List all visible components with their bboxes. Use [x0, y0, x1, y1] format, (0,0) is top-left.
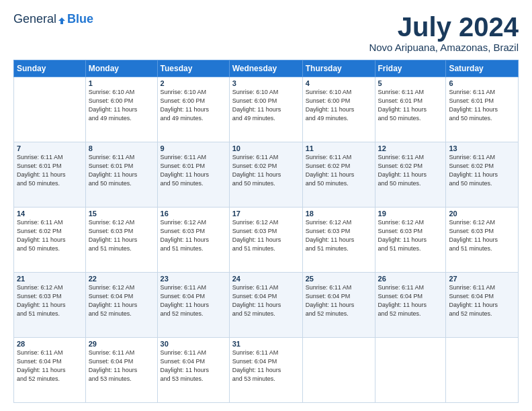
day-number: 6 — [449, 79, 515, 87]
day-info: Sunrise: 6:12 AMSunset: 6:03 PMDaylight:… — [17, 283, 83, 318]
calendar: SundayMondayTuesdayWednesdayThursdayFrid… — [13, 60, 519, 403]
day-number: 16 — [161, 210, 226, 218]
day-number: 23 — [161, 275, 226, 283]
day-info: Sunrise: 6:11 AMSunset: 6:04 PMDaylight:… — [232, 349, 300, 383]
day-info: Sunrise: 6:11 AMSunset: 6:02 PMDaylight:… — [449, 153, 515, 188]
day-info: Sunrise: 6:12 AMSunset: 6:03 PMDaylight:… — [89, 218, 154, 253]
calendar-cell: 12Sunrise: 6:11 AMSunset: 6:02 PMDayligh… — [375, 142, 446, 208]
calendar-cell: 9Sunrise: 6:11 AMSunset: 6:01 PMDaylight… — [157, 142, 229, 208]
day-number: 14 — [17, 210, 83, 218]
day-number: 28 — [17, 340, 83, 348]
calendar-cell: 6Sunrise: 6:11 AMSunset: 6:01 PMDaylight… — [446, 77, 519, 142]
day-info: Sunrise: 6:12 AMSunset: 6:03 PMDaylight:… — [378, 218, 443, 253]
calendar-cell — [446, 338, 519, 403]
day-number: 12 — [378, 144, 443, 152]
calendar-cell: 4Sunrise: 6:10 AMSunset: 6:00 PMDaylight… — [302, 77, 375, 142]
day-info: Sunrise: 6:10 AMSunset: 6:00 PMDaylight:… — [89, 88, 154, 123]
calendar-cell: 3Sunrise: 6:10 AMSunset: 6:00 PMDaylight… — [229, 77, 302, 142]
day-number: 13 — [449, 144, 515, 152]
day-info: Sunrise: 6:10 AMSunset: 6:00 PMDaylight:… — [232, 88, 300, 123]
calendar-cell — [375, 338, 446, 403]
day-info: Sunrise: 6:12 AMSunset: 6:03 PMDaylight:… — [449, 218, 515, 253]
day-header-wednesday: Wednesday — [229, 60, 302, 77]
day-number: 27 — [449, 275, 515, 283]
day-info: Sunrise: 6:11 AMSunset: 6:01 PMDaylight:… — [449, 88, 515, 123]
calendar-cell: 24Sunrise: 6:11 AMSunset: 6:04 PMDayligh… — [229, 273, 302, 338]
day-header-friday: Friday — [375, 60, 446, 77]
calendar-cell: 5Sunrise: 6:11 AMSunset: 6:01 PMDaylight… — [375, 77, 446, 142]
day-number: 25 — [306, 275, 372, 283]
calendar-cell: 22Sunrise: 6:12 AMSunset: 6:04 PMDayligh… — [85, 273, 157, 338]
calendar-cell: 27Sunrise: 6:11 AMSunset: 6:04 PMDayligh… — [446, 273, 519, 338]
day-number: 10 — [232, 144, 300, 152]
calendar-cell: 14Sunrise: 6:11 AMSunset: 6:02 PMDayligh… — [14, 208, 86, 273]
calendar-cell: 11Sunrise: 6:11 AMSunset: 6:02 PMDayligh… — [302, 142, 375, 208]
day-number: 3 — [232, 79, 300, 87]
calendar-cell: 29Sunrise: 6:11 AMSunset: 6:04 PMDayligh… — [85, 338, 157, 403]
day-header-tuesday: Tuesday — [157, 60, 229, 77]
day-number: 18 — [306, 210, 372, 218]
day-info: Sunrise: 6:12 AMSunset: 6:04 PMDaylight:… — [89, 283, 154, 318]
day-info: Sunrise: 6:11 AMSunset: 6:04 PMDaylight:… — [161, 283, 226, 318]
page: General Blue July 2024 Novo Aripuana, Am… — [0, 0, 532, 411]
day-info: Sunrise: 6:11 AMSunset: 6:04 PMDaylight:… — [89, 349, 154, 383]
calendar-cell: 8Sunrise: 6:11 AMSunset: 6:01 PMDaylight… — [85, 142, 157, 208]
day-info: Sunrise: 6:10 AMSunset: 6:00 PMDaylight:… — [161, 88, 226, 123]
calendar-cell: 1Sunrise: 6:10 AMSunset: 6:00 PMDaylight… — [85, 77, 157, 142]
logo-general-text: General — [13, 12, 56, 26]
calendar-cell: 26Sunrise: 6:11 AMSunset: 6:04 PMDayligh… — [375, 273, 446, 338]
day-number: 20 — [449, 210, 515, 218]
day-number: 31 — [232, 340, 300, 348]
day-header-thursday: Thursday — [302, 60, 375, 77]
calendar-cell: 2Sunrise: 6:10 AMSunset: 6:00 PMDaylight… — [157, 77, 229, 142]
day-header-sunday: Sunday — [14, 60, 86, 77]
calendar-cell: 15Sunrise: 6:12 AMSunset: 6:03 PMDayligh… — [85, 208, 157, 273]
day-info: Sunrise: 6:10 AMSunset: 6:00 PMDaylight:… — [306, 88, 372, 123]
day-info: Sunrise: 6:11 AMSunset: 6:04 PMDaylight:… — [232, 283, 300, 318]
calendar-cell: 28Sunrise: 6:11 AMSunset: 6:04 PMDayligh… — [14, 338, 86, 403]
day-number: 1 — [89, 79, 154, 87]
day-number: 30 — [161, 340, 226, 348]
day-info: Sunrise: 6:11 AMSunset: 6:04 PMDaylight:… — [449, 283, 515, 318]
calendar-cell: 13Sunrise: 6:11 AMSunset: 6:02 PMDayligh… — [446, 142, 519, 208]
day-header-monday: Monday — [85, 60, 157, 77]
main-title: July 2024 — [369, 12, 519, 42]
day-info: Sunrise: 6:11 AMSunset: 6:04 PMDaylight:… — [17, 349, 83, 383]
calendar-cell: 17Sunrise: 6:12 AMSunset: 6:03 PMDayligh… — [229, 208, 302, 273]
day-info: Sunrise: 6:11 AMSunset: 6:02 PMDaylight:… — [232, 153, 300, 188]
day-number: 15 — [89, 210, 154, 218]
day-number: 21 — [17, 275, 83, 283]
logo-blue-text: Blue — [67, 12, 93, 26]
day-info: Sunrise: 6:11 AMSunset: 6:01 PMDaylight:… — [161, 153, 226, 188]
day-number: 7 — [17, 144, 83, 152]
calendar-cell: 25Sunrise: 6:11 AMSunset: 6:04 PMDayligh… — [302, 273, 375, 338]
day-info: Sunrise: 6:11 AMSunset: 6:04 PMDaylight:… — [306, 283, 372, 318]
calendar-cell: 30Sunrise: 6:11 AMSunset: 6:04 PMDayligh… — [157, 338, 229, 403]
calendar-cell — [302, 338, 375, 403]
day-number: 5 — [378, 79, 443, 87]
day-info: Sunrise: 6:11 AMSunset: 6:01 PMDaylight:… — [17, 153, 83, 188]
svg-marker-0 — [58, 17, 65, 24]
day-number: 24 — [232, 275, 300, 283]
calendar-cell: 16Sunrise: 6:12 AMSunset: 6:03 PMDayligh… — [157, 208, 229, 273]
title-block: July 2024 Novo Aripuana, Amazonas, Brazi… — [369, 12, 519, 53]
day-info: Sunrise: 6:12 AMSunset: 6:03 PMDaylight:… — [232, 218, 300, 253]
calendar-cell: 21Sunrise: 6:12 AMSunset: 6:03 PMDayligh… — [14, 273, 86, 338]
day-info: Sunrise: 6:11 AMSunset: 6:04 PMDaylight:… — [378, 283, 443, 318]
day-info: Sunrise: 6:11 AMSunset: 6:02 PMDaylight:… — [378, 153, 443, 188]
day-number: 22 — [89, 275, 154, 283]
day-number: 2 — [161, 79, 226, 87]
calendar-cell: 19Sunrise: 6:12 AMSunset: 6:03 PMDayligh… — [375, 208, 446, 273]
day-info: Sunrise: 6:11 AMSunset: 6:02 PMDaylight:… — [17, 218, 83, 253]
calendar-cell: 10Sunrise: 6:11 AMSunset: 6:02 PMDayligh… — [229, 142, 302, 208]
header: General Blue July 2024 Novo Aripuana, Am… — [13, 12, 519, 53]
day-info: Sunrise: 6:12 AMSunset: 6:03 PMDaylight:… — [161, 218, 226, 253]
calendar-cell: 20Sunrise: 6:12 AMSunset: 6:03 PMDayligh… — [446, 208, 519, 273]
day-number: 8 — [89, 144, 154, 152]
day-number: 9 — [161, 144, 226, 152]
day-info: Sunrise: 6:12 AMSunset: 6:03 PMDaylight:… — [306, 218, 372, 253]
calendar-cell: 31Sunrise: 6:11 AMSunset: 6:04 PMDayligh… — [229, 338, 302, 403]
day-number: 4 — [306, 79, 372, 87]
day-info: Sunrise: 6:11 AMSunset: 6:01 PMDaylight:… — [378, 88, 443, 123]
calendar-cell: 18Sunrise: 6:12 AMSunset: 6:03 PMDayligh… — [302, 208, 375, 273]
